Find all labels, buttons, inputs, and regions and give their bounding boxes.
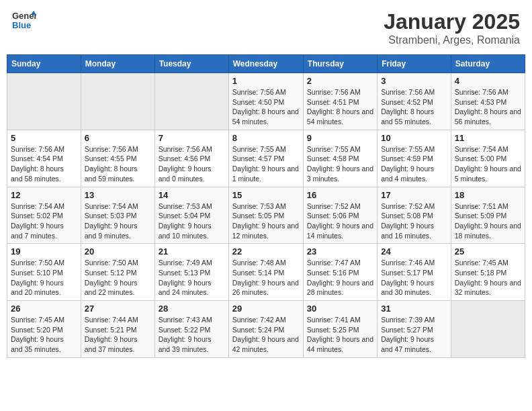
- day-number: 3: [381, 76, 447, 86]
- day-info: Sunrise: 7:53 AMSunset: 5:04 PMDaylight:…: [159, 201, 225, 241]
- day-info: Sunrise: 7:54 AMSunset: 5:03 PMDaylight:…: [85, 201, 151, 241]
- calendar-week-row: 26Sunrise: 7:45 AMSunset: 5:20 PMDayligh…: [7, 301, 525, 358]
- day-number: 13: [85, 190, 151, 200]
- calendar-cell: [7, 73, 81, 130]
- day-number: 29: [232, 304, 300, 314]
- calendar-cell: 25Sunrise: 7:45 AMSunset: 5:18 PMDayligh…: [451, 244, 525, 301]
- day-number: 4: [455, 76, 521, 86]
- weekday-header: Wednesday: [228, 55, 303, 73]
- day-info: Sunrise: 7:41 AMSunset: 5:25 PMDaylight:…: [307, 315, 373, 355]
- day-info: Sunrise: 7:54 AMSunset: 5:02 PMDaylight:…: [11, 201, 77, 241]
- day-info: Sunrise: 7:42 AMSunset: 5:24 PMDaylight:…: [232, 315, 300, 355]
- day-number: 19: [11, 246, 77, 257]
- calendar-cell: 11Sunrise: 7:54 AMSunset: 5:00 PMDayligh…: [451, 130, 525, 187]
- day-number: 8: [232, 133, 300, 143]
- location-subtitle: Strambeni, Arges, Romania: [384, 34, 520, 46]
- day-number: 14: [159, 190, 225, 200]
- calendar-cell: 23Sunrise: 7:47 AMSunset: 5:16 PMDayligh…: [303, 244, 377, 301]
- calendar-cell: 8Sunrise: 7:55 AMSunset: 4:57 PMDaylight…: [228, 130, 303, 187]
- day-number: 2: [307, 76, 373, 86]
- day-info: Sunrise: 7:56 AMSunset: 4:51 PMDaylight:…: [307, 87, 373, 127]
- calendar-cell: 20Sunrise: 7:50 AMSunset: 5:12 PMDayligh…: [81, 244, 154, 301]
- day-number: 30: [307, 304, 373, 314]
- day-info: Sunrise: 7:55 AMSunset: 4:57 PMDaylight:…: [232, 144, 300, 184]
- day-info: Sunrise: 7:45 AMSunset: 5:18 PMDaylight:…: [455, 258, 521, 298]
- calendar-cell: 21Sunrise: 7:49 AMSunset: 5:13 PMDayligh…: [154, 244, 228, 301]
- day-number: 25: [455, 246, 521, 257]
- day-number: 31: [381, 304, 447, 314]
- calendar-cell: 9Sunrise: 7:55 AMSunset: 4:58 PMDaylight…: [303, 130, 377, 187]
- weekday-header: Saturday: [451, 55, 525, 73]
- calendar-cell: 2Sunrise: 7:56 AMSunset: 4:51 PMDaylight…: [303, 73, 377, 130]
- day-info: Sunrise: 7:48 AMSunset: 5:14 PMDaylight:…: [232, 258, 300, 298]
- title-area: January 2025 Strambeni, Arges, Romania: [384, 9, 520, 46]
- day-number: 20: [85, 246, 151, 257]
- calendar-cell: 5Sunrise: 7:56 AMSunset: 4:54 PMDaylight…: [7, 130, 81, 187]
- weekday-header: Monday: [81, 55, 154, 73]
- calendar-cell: 19Sunrise: 7:50 AMSunset: 5:10 PMDayligh…: [7, 244, 81, 301]
- day-info: Sunrise: 7:55 AMSunset: 4:58 PMDaylight:…: [307, 144, 373, 184]
- day-info: Sunrise: 7:49 AMSunset: 5:13 PMDaylight:…: [159, 258, 225, 298]
- day-number: 5: [11, 133, 77, 143]
- calendar-cell: [154, 73, 228, 130]
- day-info: Sunrise: 7:50 AMSunset: 5:10 PMDaylight:…: [11, 258, 77, 298]
- day-number: 17: [381, 190, 447, 200]
- calendar-week-row: 1Sunrise: 7:56 AMSunset: 4:50 PMDaylight…: [7, 73, 525, 130]
- day-info: Sunrise: 7:44 AMSunset: 5:21 PMDaylight:…: [85, 315, 151, 355]
- day-info: Sunrise: 7:47 AMSunset: 5:16 PMDaylight:…: [307, 258, 373, 298]
- day-number: 16: [307, 190, 373, 200]
- calendar-cell: 29Sunrise: 7:42 AMSunset: 5:24 PMDayligh…: [228, 301, 303, 358]
- calendar-cell: 31Sunrise: 7:39 AMSunset: 5:27 PMDayligh…: [378, 301, 451, 358]
- calendar-cell: 28Sunrise: 7:43 AMSunset: 5:22 PMDayligh…: [154, 301, 228, 358]
- day-number: 1: [232, 76, 300, 86]
- day-info: Sunrise: 7:39 AMSunset: 5:27 PMDaylight:…: [381, 315, 447, 355]
- calendar-week-row: 19Sunrise: 7:50 AMSunset: 5:10 PMDayligh…: [7, 244, 525, 301]
- calendar-cell: 13Sunrise: 7:54 AMSunset: 5:03 PMDayligh…: [81, 187, 154, 244]
- day-number: 21: [159, 246, 225, 257]
- svg-text:Blue: Blue: [12, 20, 31, 30]
- calendar-cell: 6Sunrise: 7:56 AMSunset: 4:55 PMDaylight…: [81, 130, 154, 187]
- calendar-cell: [81, 73, 154, 130]
- day-info: Sunrise: 7:56 AMSunset: 4:52 PMDaylight:…: [381, 87, 447, 127]
- weekday-header: Tuesday: [154, 55, 228, 73]
- calendar-cell: 14Sunrise: 7:53 AMSunset: 5:04 PMDayligh…: [154, 187, 228, 244]
- calendar-cell: 17Sunrise: 7:52 AMSunset: 5:08 PMDayligh…: [378, 187, 451, 244]
- day-info: Sunrise: 7:46 AMSunset: 5:17 PMDaylight:…: [381, 258, 447, 298]
- day-number: 24: [381, 246, 447, 257]
- weekday-header: Friday: [378, 55, 451, 73]
- day-number: 23: [307, 246, 373, 257]
- calendar-cell: 3Sunrise: 7:56 AMSunset: 4:52 PMDaylight…: [378, 73, 451, 130]
- weekday-header-row: SundayMondayTuesdayWednesdayThursdayFrid…: [7, 55, 525, 73]
- calendar-cell: 18Sunrise: 7:51 AMSunset: 5:09 PMDayligh…: [451, 187, 525, 244]
- day-info: Sunrise: 7:56 AMSunset: 4:55 PMDaylight:…: [85, 144, 151, 184]
- calendar-cell: 15Sunrise: 7:53 AMSunset: 5:05 PMDayligh…: [228, 187, 303, 244]
- day-info: Sunrise: 7:52 AMSunset: 5:08 PMDaylight:…: [381, 201, 447, 241]
- day-info: Sunrise: 7:50 AMSunset: 5:12 PMDaylight:…: [85, 258, 151, 298]
- weekday-header: Thursday: [303, 55, 377, 73]
- calendar-cell: 7Sunrise: 7:56 AMSunset: 4:56 PMDaylight…: [154, 130, 228, 187]
- day-number: 27: [85, 304, 151, 314]
- day-info: Sunrise: 7:45 AMSunset: 5:20 PMDaylight:…: [11, 315, 77, 355]
- calendar-cell: 30Sunrise: 7:41 AMSunset: 5:25 PMDayligh…: [303, 301, 377, 358]
- calendar-cell: 22Sunrise: 7:48 AMSunset: 5:14 PMDayligh…: [228, 244, 303, 301]
- day-info: Sunrise: 7:51 AMSunset: 5:09 PMDaylight:…: [455, 201, 521, 241]
- day-number: 11: [455, 133, 521, 143]
- day-info: Sunrise: 7:54 AMSunset: 5:00 PMDaylight:…: [455, 144, 521, 184]
- day-number: 28: [159, 304, 225, 314]
- calendar-cell: 4Sunrise: 7:56 AMSunset: 4:53 PMDaylight…: [451, 73, 525, 130]
- day-number: 18: [455, 190, 521, 200]
- month-title: January 2025: [384, 9, 520, 34]
- calendar-cell: 12Sunrise: 7:54 AMSunset: 5:02 PMDayligh…: [7, 187, 81, 244]
- day-info: Sunrise: 7:52 AMSunset: 5:06 PMDaylight:…: [307, 201, 373, 241]
- day-info: Sunrise: 7:56 AMSunset: 4:50 PMDaylight:…: [232, 87, 300, 127]
- day-info: Sunrise: 7:53 AMSunset: 5:05 PMDaylight:…: [232, 201, 300, 241]
- calendar-table: SundayMondayTuesdayWednesdayThursdayFrid…: [7, 54, 525, 358]
- page-header: General Blue January 2025 Strambeni, Arg…: [7, 7, 525, 49]
- day-number: 9: [307, 133, 373, 143]
- day-number: 22: [232, 246, 300, 257]
- calendar-cell: 26Sunrise: 7:45 AMSunset: 5:20 PMDayligh…: [7, 301, 81, 358]
- calendar-cell: 16Sunrise: 7:52 AMSunset: 5:06 PMDayligh…: [303, 187, 377, 244]
- calendar-week-row: 12Sunrise: 7:54 AMSunset: 5:02 PMDayligh…: [7, 187, 525, 244]
- day-info: Sunrise: 7:43 AMSunset: 5:22 PMDaylight:…: [159, 315, 225, 355]
- calendar-cell: 1Sunrise: 7:56 AMSunset: 4:50 PMDaylight…: [228, 73, 303, 130]
